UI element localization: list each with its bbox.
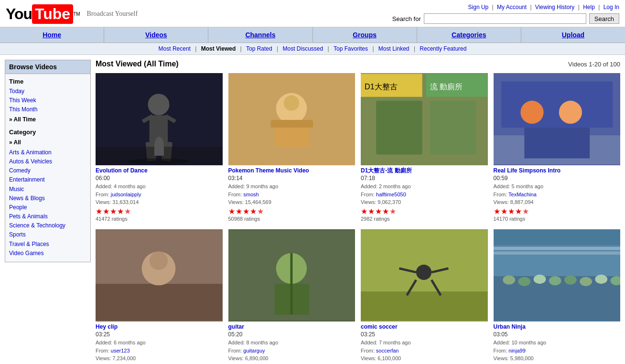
video-from-2[interactable]: smosh: [243, 192, 259, 197]
video-meta-3: Added: 2 months ago From: halftime5050 V…: [361, 182, 488, 206]
logo-tube: Tube: [32, 4, 73, 24]
header-right: Sign Up | My Account | Viewing History |…: [392, 4, 619, 24]
top-links: Sign Up | My Account | Viewing History |…: [468, 4, 619, 11]
sidebar-cat-entertainment[interactable]: Entertainment: [9, 175, 86, 184]
sidebar-cat-comedy[interactable]: Comedy: [9, 166, 86, 175]
svg-rect-13: [270, 120, 313, 128]
myaccount-link[interactable]: My Account: [497, 4, 527, 11]
video-item-8: Urban Ninja 03:05 Added: 10 months ago F…: [494, 229, 621, 364]
sidebar-time-week[interactable]: This Week: [9, 96, 86, 105]
video-thumb-2[interactable]: [228, 73, 356, 165]
video-thumb-4[interactable]: [494, 73, 621, 165]
video-meta-4: Added: 5 months ago From: TexMachina Vie…: [494, 182, 621, 206]
video-from-5[interactable]: user123: [111, 348, 130, 353]
video-duration-6: 05:20: [228, 331, 356, 338]
login-link[interactable]: Log In: [603, 4, 619, 11]
subnav-most-linked[interactable]: Most Linked: [378, 45, 409, 52]
subnav-top-rated[interactable]: Top Rated: [246, 45, 272, 52]
video-item-5: Hey clip 03:25 Added: 6 months ago From:…: [96, 229, 223, 364]
svg-text:D1大整古: D1大整古: [365, 82, 398, 91]
sidebar-time-all[interactable]: » All Time: [9, 115, 86, 125]
video-from-4[interactable]: TexMachina: [508, 192, 537, 197]
video-title-5[interactable]: Hey clip: [96, 323, 223, 331]
sidebar-time-today[interactable]: Today: [9, 87, 86, 96]
video-duration-5: 03:25: [96, 331, 223, 338]
video-thumb-5[interactable]: [96, 229, 223, 321]
sidebar-cat-arts[interactable]: Arts & Animation: [9, 148, 86, 157]
video-duration-8: 03:05: [494, 331, 621, 338]
category-section-title: Category: [9, 128, 86, 136]
video-item-3: D1大整古 流 動廁所 D1大整古-流 動廁所 07:18 Added: 2 m…: [361, 73, 488, 222]
svg-point-47: [503, 275, 515, 284]
youtube-logo[interactable]: YouTubeTM: [6, 4, 80, 24]
video-from-6[interactable]: guitarguy: [243, 348, 265, 353]
video-meta-5: Added: 6 months ago From: user123 Views:…: [96, 339, 223, 363]
video-thumb-3[interactable]: D1大整古 流 動廁所: [361, 73, 488, 165]
search-input[interactable]: [424, 13, 586, 24]
video-duration-1: 06:00: [96, 175, 223, 182]
video-title-6[interactable]: guitar: [228, 323, 356, 331]
svg-point-51: [564, 275, 577, 284]
video-meta-2: Added: 9 months ago From: smosh Views: 1…: [228, 182, 356, 206]
video-from-3[interactable]: halftime5050: [376, 192, 406, 197]
subnav-most-recent[interactable]: Most Recent: [159, 45, 191, 52]
help-link[interactable]: Help: [583, 4, 595, 11]
video-title-3[interactable]: D1大整古-流 動廁所: [361, 167, 488, 175]
nav-home[interactable]: Home: [0, 27, 104, 43]
svg-rect-8: [96, 147, 223, 164]
video-meta-1: Added: 4 months ago From: judsonlaipply …: [96, 182, 223, 206]
video-title-4[interactable]: Real Life Simpsons Intro: [494, 167, 621, 175]
video-meta-8: Added: 10 months ago From: ninja99 Views…: [494, 339, 621, 363]
sidebar-time-month[interactable]: This Month: [9, 105, 86, 114]
video-title-2[interactable]: Pokemon Theme Music Video: [228, 167, 356, 175]
video-title-8[interactable]: Urban Ninja: [494, 323, 621, 331]
video-thumb-7[interactable]: [361, 229, 488, 321]
video-title-7[interactable]: comic soccer: [361, 323, 488, 331]
sidebar-cat-music[interactable]: Music: [9, 185, 86, 194]
nav-groups[interactable]: Groups: [313, 27, 417, 43]
signup-link[interactable]: Sign Up: [468, 4, 489, 11]
sidebar-cat-news[interactable]: News & Blogs: [9, 194, 86, 203]
sidebar-cat-people[interactable]: People: [9, 203, 86, 212]
subnav-recently-featured[interactable]: Recently Featured: [420, 45, 466, 52]
video-thumb-8[interactable]: [494, 229, 621, 321]
video-stars-2: ★ ★ ★ ★ ★: [228, 208, 356, 215]
svg-point-25: [559, 101, 582, 124]
sidebar-cat-pets[interactable]: Pets & Animals: [9, 212, 86, 221]
sidebar-cat-games[interactable]: Video Games: [9, 249, 86, 258]
svg-point-11: [283, 96, 299, 111]
svg-point-1: [148, 94, 169, 115]
svg-point-30: [150, 252, 168, 270]
video-grid: Evolution of Dance 06:00 Added: 4 months…: [96, 73, 620, 364]
svg-text:流 動廁所: 流 動廁所: [430, 82, 463, 91]
subnav-most-discussed[interactable]: Most Discussed: [283, 45, 323, 52]
nav-channels[interactable]: Channels: [208, 27, 312, 43]
search-button[interactable]: Search: [589, 13, 619, 24]
search-bar: Search for Search: [392, 13, 619, 24]
subnav-most-viewed[interactable]: Most Viewed: [201, 45, 236, 52]
video-thumb-1[interactable]: [96, 73, 223, 165]
sidebar-cat-sports[interactable]: Sports: [9, 230, 86, 239]
sidebar-category-all[interactable]: » All: [9, 138, 86, 148]
video-thumb-6[interactable]: [228, 229, 356, 321]
video-stars-3: ★ ★ ★ ★ ★: [361, 208, 488, 215]
svg-rect-23: [501, 82, 613, 128]
nav-upload[interactable]: Upload: [521, 27, 625, 43]
svg-point-37: [416, 265, 431, 280]
videos-title: Most Viewed (All Time): [96, 60, 179, 68]
nav-categories[interactable]: Categories: [417, 27, 521, 43]
video-from-8[interactable]: ninja99: [508, 348, 525, 353]
video-stars-4: ★ ★ ★ ★ ★: [494, 208, 621, 215]
video-from-7[interactable]: soccerfan: [376, 348, 399, 353]
svg-rect-19: [376, 101, 422, 155]
sidebar-cat-autos[interactable]: Autos & Vehicles: [9, 157, 86, 166]
subnav-top-favorites[interactable]: Top Favorites: [334, 45, 368, 52]
videos-area: Most Viewed (All Time) Videos 1-20 of 10…: [96, 60, 620, 364]
video-title-1[interactable]: Evolution of Dance: [96, 167, 223, 175]
video-from-1[interactable]: judsonlaipply: [111, 192, 141, 197]
sidebar-cat-science[interactable]: Science & Technology: [9, 221, 86, 230]
svg-rect-26: [524, 128, 590, 158]
viewing-history-link[interactable]: Viewing History: [535, 4, 574, 11]
sidebar-cat-travel[interactable]: Travel & Places: [9, 240, 86, 249]
nav-videos[interactable]: Videos: [104, 27, 208, 43]
